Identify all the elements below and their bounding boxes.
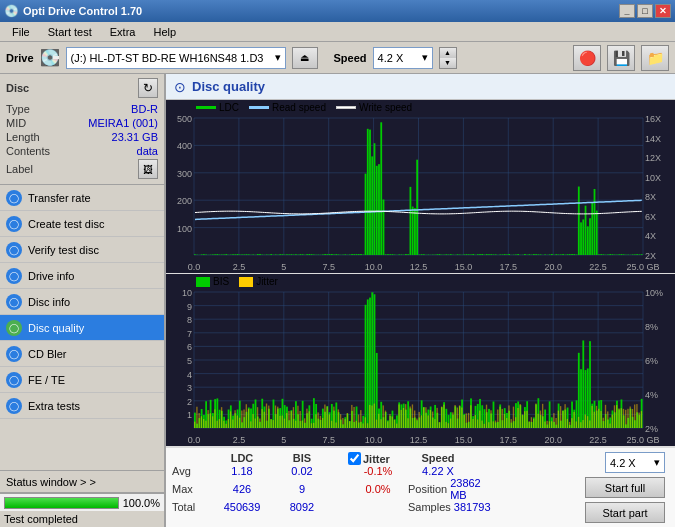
disc-mid-field: MID: [6, 117, 26, 129]
upper-chart-panel: LDC Read speed Write speed: [166, 100, 675, 274]
samples-value: 381793: [454, 501, 491, 513]
nav-items: ◯ Transfer rate ◯ Create test disc ◯ Ver…: [0, 185, 164, 470]
create-test-disc-label: Create test disc: [28, 218, 104, 230]
avg-jitter: -0.1%: [348, 465, 408, 477]
maximize-button[interactable]: □: [637, 4, 653, 18]
avg-bis: 0.02: [272, 465, 332, 477]
nav-item-transfer-rate[interactable]: ◯ Transfer rate: [0, 185, 164, 211]
fe-te-icon: ◯: [6, 372, 22, 388]
status-window-button[interactable]: Status window > >: [0, 471, 164, 493]
max-label: Max: [172, 483, 212, 495]
jitter-col-header: Jitter: [348, 452, 408, 465]
chart-area: ⊙ Disc quality LDC Read speed: [165, 74, 675, 527]
menu-start-test[interactable]: Start test: [40, 24, 100, 40]
status-window-label: Status window > >: [6, 476, 96, 488]
nav-item-cd-bler[interactable]: ◯ CD Bler: [0, 341, 164, 367]
fe-te-label: FE / TE: [28, 374, 65, 386]
app-title: Opti Drive Control 1.70: [23, 5, 142, 17]
avg-ldc: 1.18: [212, 465, 272, 477]
avg-label: Avg: [172, 465, 212, 477]
extra-tests-icon: ◯: [6, 398, 22, 414]
chart-panels: LDC Read speed Write speed: [166, 100, 675, 447]
max-jitter: 0.0%: [348, 483, 408, 495]
legend-bis: BIS: [213, 276, 229, 287]
disc-quality-icon: ◯: [6, 320, 22, 336]
cd-bler-icon: ◯: [6, 346, 22, 362]
nav-item-disc-info[interactable]: ◯ Disc info: [0, 289, 164, 315]
action-btns: 4.2 X ▾ Start full Start part: [585, 452, 669, 523]
drive-value: (J:) HL-DT-ST BD-RE WH16NS48 1.D3: [71, 52, 264, 64]
nav-item-fe-te[interactable]: ◯ FE / TE: [0, 367, 164, 393]
toolbar-write-button[interactable]: 💾: [607, 45, 635, 71]
close-button[interactable]: ✕: [655, 4, 671, 18]
nav-item-disc-quality[interactable]: ◯ Disc quality: [0, 315, 164, 341]
cd-bler-label: CD Bler: [28, 348, 67, 360]
stats-table: LDC BIS Jitter Speed Avg 1.18 0.02 -0.1%…: [172, 452, 577, 523]
verify-test-disc-label: Verify test disc: [28, 244, 99, 256]
speed-select[interactable]: 4.2 X ▾: [373, 47, 433, 69]
position-label: Position: [408, 483, 447, 495]
lower-legend: BIS Jitter: [196, 276, 278, 287]
nav-item-verify-test-disc[interactable]: ◯ Verify test disc: [0, 237, 164, 263]
eject-button[interactable]: ⏏: [292, 47, 318, 69]
sidebar: Disc ↻ Type BD-R MID MEIRA1 (001) Length…: [0, 74, 165, 527]
nav-item-extra-tests[interactable]: ◯ Extra tests: [0, 393, 164, 419]
chart-header: ⊙ Disc quality: [166, 74, 675, 100]
menu-extra[interactable]: Extra: [102, 24, 144, 40]
drive-info-label: Drive info: [28, 270, 74, 282]
disc-type-field: Type: [6, 103, 30, 115]
drive-icon: 💽: [40, 48, 60, 67]
upper-chart-canvas: [166, 100, 675, 273]
status-area: Status window > > 100.0% Test completed: [0, 470, 164, 527]
speed-up-down[interactable]: ▲ ▼: [439, 47, 457, 69]
total-bis: 8092: [272, 501, 332, 513]
ldc-col-header: LDC: [212, 452, 272, 465]
menu-bar: File Start test Extra Help: [0, 22, 675, 42]
create-test-disc-icon: ◯: [6, 216, 22, 232]
disc-contents-field: Contents: [6, 145, 50, 157]
jitter-checkbox[interactable]: [348, 452, 361, 465]
disc-info-icon: ◯: [6, 294, 22, 310]
bis-col-header: BIS: [272, 452, 332, 465]
transfer-rate-label: Transfer rate: [28, 192, 91, 204]
drive-info-icon: ◯: [6, 268, 22, 284]
toolbar-disc-read-button[interactable]: 🔴: [573, 45, 601, 71]
speed-up-button[interactable]: ▲: [440, 48, 456, 58]
speed-dropdown-icon: ▾: [422, 51, 428, 64]
transfer-rate-icon: ◯: [6, 190, 22, 206]
toolbar-save-button[interactable]: 📁: [641, 45, 669, 71]
legend-jitter: Jitter: [256, 276, 278, 287]
disc-mid-value: MEIRA1 (001): [88, 117, 158, 129]
legend-write-speed: Write speed: [359, 102, 412, 113]
disc-length-value: 23.31 GB: [112, 131, 158, 143]
disc-info-panel: Disc ↻ Type BD-R MID MEIRA1 (001) Length…: [0, 74, 164, 185]
minimize-button[interactable]: _: [619, 4, 635, 18]
chart-icon: ⊙: [174, 79, 186, 95]
progress-bar-inner: [5, 498, 118, 508]
disc-length-field: Length: [6, 131, 40, 143]
start-full-button[interactable]: Start full: [585, 477, 665, 498]
legend-ldc: LDC: [219, 102, 239, 113]
max-ldc: 426: [212, 483, 272, 495]
speed-down-button[interactable]: ▼: [440, 58, 456, 68]
nav-item-drive-info[interactable]: ◯ Drive info: [0, 263, 164, 289]
drive-dropdown-icon: ▾: [275, 51, 281, 64]
progress-bar-container: 100.0%: [0, 493, 164, 511]
disc-contents-value: data: [137, 145, 158, 157]
menu-file[interactable]: File: [4, 24, 38, 40]
start-part-button[interactable]: Start part: [585, 502, 665, 523]
chart-title: Disc quality: [192, 79, 265, 94]
disc-label-button[interactable]: 🖼: [138, 159, 158, 179]
avg-speed: 4.22 X: [408, 465, 468, 477]
nav-item-create-test-disc[interactable]: ◯ Create test disc: [0, 211, 164, 237]
drive-select[interactable]: (J:) HL-DT-ST BD-RE WH16NS48 1.D3 ▾: [66, 47, 286, 69]
progress-text: 100.0%: [123, 497, 160, 509]
speed-combo[interactable]: 4.2 X ▾: [605, 452, 665, 473]
total-label: Total: [172, 501, 212, 513]
legend-read-speed: Read speed: [272, 102, 326, 113]
speed-combo-value: 4.2 X: [610, 457, 636, 469]
disc-refresh-button[interactable]: ↻: [138, 78, 158, 98]
disc-label-field: Label: [6, 163, 33, 175]
progress-bar-outer: [4, 497, 119, 509]
menu-help[interactable]: Help: [145, 24, 184, 40]
